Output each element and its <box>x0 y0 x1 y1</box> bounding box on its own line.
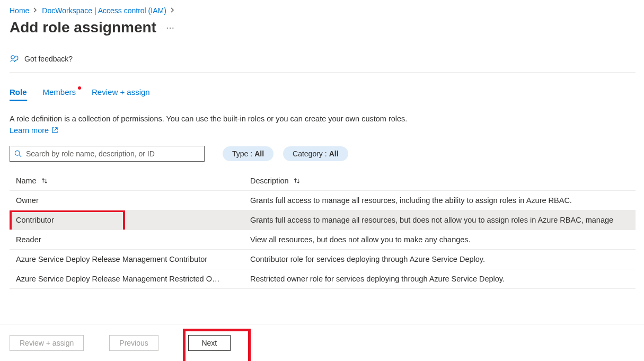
attention-dot-icon <box>78 86 81 90</box>
sort-icon <box>293 177 301 184</box>
role-description: Restricted owner role for services deplo… <box>244 269 636 289</box>
filter-category-value: All <box>329 149 339 158</box>
previous-button[interactable]: Previous <box>109 335 158 351</box>
column-header-name[interactable]: Name <box>10 172 244 191</box>
role-name: Azure Service Deploy Release Management … <box>10 250 244 269</box>
sort-icon <box>41 177 48 184</box>
search-icon <box>14 150 22 157</box>
role-name: Azure Service Deploy Release Management … <box>10 269 244 289</box>
svg-point-0 <box>11 56 14 59</box>
tab-members-label: Members <box>43 87 76 96</box>
chevron-right-icon <box>171 7 175 14</box>
table-row[interactable]: Azure Service Deploy Release Management … <box>10 269 636 289</box>
tab-role[interactable]: Role <box>10 87 27 101</box>
role-description: Grants full access to manage all resourc… <box>244 210 636 230</box>
feedback-label: Got feedback? <box>24 55 73 63</box>
filter-type-label: Type : <box>232 149 252 158</box>
chevron-right-icon <box>33 7 38 14</box>
roles-table: Name Description Owner Gran <box>10 172 636 289</box>
svg-point-1 <box>15 151 20 155</box>
filter-type-pill[interactable]: Type : All <box>223 146 274 161</box>
description-text: A role definition is a collection of per… <box>10 115 407 123</box>
filter-category-pill[interactable]: Category : All <box>283 146 348 161</box>
feedback-link-row[interactable]: Got feedback? <box>10 54 636 73</box>
learn-more-label: Learn more <box>10 126 49 135</box>
filter-category-label: Category : <box>293 149 327 158</box>
role-name: Owner <box>10 191 244 210</box>
role-name: Contributor <box>10 210 244 230</box>
feedback-icon <box>10 54 19 64</box>
role-description: Grants full access to manage all resourc… <box>244 191 636 210</box>
table-row[interactable]: Reader View all resources, but does not … <box>10 230 636 250</box>
review-assign-button[interactable]: Review + assign <box>10 335 84 351</box>
learn-more-link[interactable]: Learn more <box>10 126 58 135</box>
more-options-button[interactable]: ⋯ <box>164 23 177 33</box>
breadcrumb-workspace[interactable]: DocWorkspace | Access control (IAM) <box>42 6 166 15</box>
table-row[interactable]: Contributor Grants full access to manage… <box>10 210 636 230</box>
wizard-footer: Review + assign Previous Next <box>0 324 644 361</box>
column-header-description[interactable]: Description <box>244 172 636 191</box>
role-search-box[interactable] <box>10 146 205 162</box>
role-tab-description: A role definition is a collection of per… <box>10 113 423 136</box>
filter-type-value: All <box>254 149 264 158</box>
wizard-tabs: Role Members Review + assign <box>10 87 636 101</box>
tab-review-assign[interactable]: Review + assign <box>92 87 150 101</box>
column-name-label: Name <box>16 177 37 185</box>
role-description: Contributor role for services deploying … <box>244 250 636 269</box>
table-row[interactable]: Owner Grants full access to manage all r… <box>10 191 636 210</box>
next-button[interactable]: Next <box>188 335 231 351</box>
breadcrumb: Home DocWorkspace | Access control (IAM) <box>10 6 636 15</box>
role-name: Reader <box>10 230 244 250</box>
search-input[interactable] <box>26 149 200 158</box>
tab-members[interactable]: Members <box>43 87 76 101</box>
column-description-label: Description <box>250 177 289 185</box>
page-title: Add role assignment <box>10 19 156 36</box>
external-link-icon <box>52 127 58 133</box>
breadcrumb-home[interactable]: Home <box>10 6 29 15</box>
table-row[interactable]: Azure Service Deploy Release Management … <box>10 250 636 269</box>
svg-line-2 <box>19 155 21 157</box>
role-description: View all resources, but does not allow y… <box>244 230 636 250</box>
